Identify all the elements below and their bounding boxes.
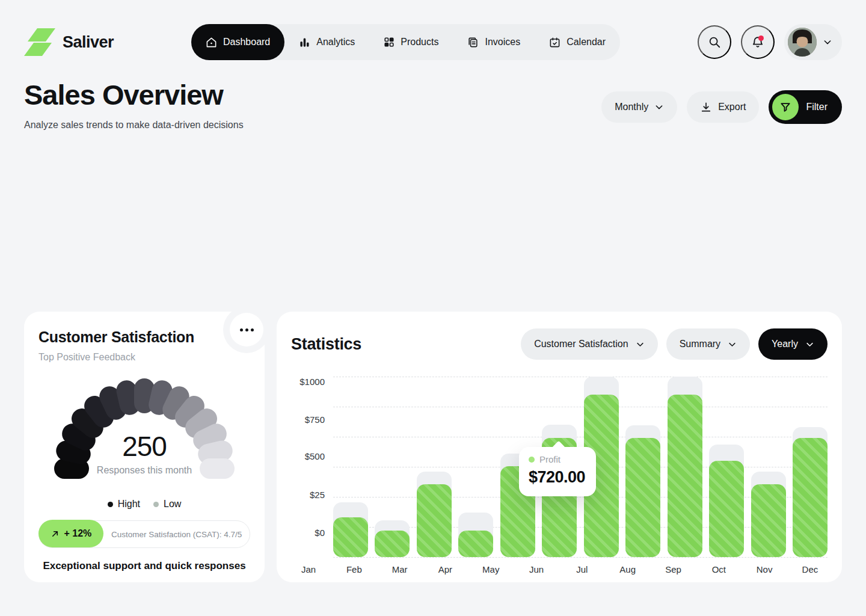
x-tick-label: Jan <box>291 564 326 574</box>
csat-change-badge: + 12% <box>38 520 104 547</box>
filter-button[interactable]: Filter <box>769 90 842 124</box>
y-tick-label: $1000 <box>299 377 325 387</box>
legend-dot-hight <box>108 502 113 507</box>
chart-y-axis: $1000$750$500$25$0 <box>291 377 333 557</box>
gauge-value: 250 <box>48 430 241 463</box>
satisfaction-subtitle: Top Positive Feedback <box>38 352 250 363</box>
search-button[interactable] <box>698 25 731 59</box>
notifications-button[interactable] <box>741 25 775 59</box>
legend-dot-low <box>153 502 159 507</box>
tooltip-series-name: Profit <box>539 454 560 464</box>
home-icon <box>206 37 217 48</box>
x-tick-label: Sep <box>656 564 691 574</box>
nav-label: Calendar <box>567 37 606 48</box>
tooltip-label: Profit <box>529 454 588 464</box>
top-right-actions <box>698 24 842 60</box>
brand-logo-icon <box>24 27 55 57</box>
statistics-card: Statistics Customer Satisfaction Summary… <box>277 312 842 582</box>
page-subtitle: Analyze sales trends to make data-driven… <box>24 120 244 131</box>
bar-dec[interactable] <box>793 438 828 557</box>
arrow-up-right-icon <box>51 529 60 538</box>
calendar-icon <box>549 37 560 48</box>
nav-item-calendar[interactable]: Calendar <box>535 24 620 60</box>
avatar-image <box>788 28 817 57</box>
filter-button-label: Filter <box>806 102 828 112</box>
range-dropdown[interactable]: Yearly <box>758 328 828 360</box>
satisfaction-footnote: Exceptional support and quick responses <box>38 560 250 572</box>
csat-change-value: + 12% <box>64 528 92 539</box>
x-tick-label: Dec <box>793 564 828 574</box>
header-actions: Monthly Export Filter <box>601 90 842 124</box>
filter-icon <box>779 101 791 113</box>
bar-aug[interactable] <box>625 438 660 557</box>
brand-name: Saliver <box>63 33 114 52</box>
gauge-center: 250 Responses this month <box>48 430 241 476</box>
bar-sep[interactable] <box>668 395 702 557</box>
bar-oct[interactable] <box>709 461 744 557</box>
legend-label: Hight <box>118 499 140 510</box>
nav-item-analytics[interactable]: Analytics <box>284 24 369 60</box>
y-tick-label: $500 <box>305 451 325 461</box>
grid-icon <box>384 37 395 48</box>
bar-nov[interactable] <box>751 484 786 557</box>
nav-item-dashboard[interactable]: Dashboard <box>191 24 284 60</box>
metric-dropdown-label: Customer Satisfaction <box>534 339 628 350</box>
invoice-icon <box>467 37 479 48</box>
x-tick-label: Mar <box>382 564 417 574</box>
chevron-down-icon <box>805 340 814 349</box>
nav-label: Dashboard <box>223 37 270 48</box>
export-button-label: Export <box>718 102 746 112</box>
page-header: Sales Overview Analyze sales trends to m… <box>24 78 244 131</box>
card-menu-button[interactable] <box>230 313 263 346</box>
summary-dropdown[interactable]: Summary <box>666 328 750 360</box>
bar-chart-icon <box>299 37 310 48</box>
x-tick-label: Oct <box>701 564 736 574</box>
gridline <box>333 407 828 407</box>
chevron-down-icon <box>654 102 664 112</box>
legend-label: Low <box>164 499 181 510</box>
satisfaction-title: Customer Satisfaction <box>38 328 250 346</box>
period-dropdown[interactable]: Monthly <box>601 91 677 123</box>
nav-label: Analytics <box>316 37 355 48</box>
y-tick-label: $0 <box>315 528 325 538</box>
x-tick-label: Feb <box>337 564 372 574</box>
nav-item-products[interactable]: Products <box>369 24 453 60</box>
chart-tooltip: Profit $720.00 <box>519 447 596 496</box>
tooltip-series-dot <box>529 457 535 463</box>
bar-mar[interactable] <box>417 484 452 557</box>
bar-chart: $1000$750$500$25$0 Profit $720.00 <box>291 377 828 557</box>
x-tick-label: Jun <box>519 564 554 574</box>
legend-item-low[interactable]: Low <box>153 499 181 510</box>
chevron-down-icon <box>728 340 737 349</box>
top-bar: Saliver Dashboard Analytics Products <box>24 24 842 60</box>
nav-label: Products <box>401 37 438 48</box>
statistics-filters: Customer Satisfaction Summary Yearly <box>521 328 828 360</box>
cards-row: Customer Satisfaction Top Positive Feedb… <box>24 312 842 582</box>
export-button[interactable]: Export <box>687 91 759 123</box>
statistics-header: Statistics Customer Satisfaction Summary… <box>291 328 828 360</box>
brand: Saliver <box>24 27 114 57</box>
avatar <box>788 28 817 57</box>
statistics-title: Statistics <box>291 335 361 354</box>
bar-jan[interactable] <box>333 517 368 557</box>
metric-dropdown[interactable]: Customer Satisfaction <box>521 328 658 360</box>
x-tick-label: Nov <box>747 564 782 574</box>
gridline <box>333 377 828 377</box>
page-title: Sales Overview <box>24 78 244 111</box>
bar-feb[interactable] <box>375 531 410 557</box>
x-tick-label: May <box>473 564 508 574</box>
nav-item-invoices[interactable]: Invoices <box>453 24 535 60</box>
download-icon <box>700 101 712 113</box>
csat-detail: Customer Satisfaction (CSAT): 4.7/5 <box>103 530 250 539</box>
chart-x-axis: JanFebMarAprMayJunJulAugSepOctNovDec <box>291 564 828 574</box>
x-tick-label: Aug <box>610 564 645 574</box>
bar-apr[interactable] <box>458 531 493 557</box>
y-tick-label: $750 <box>305 414 325 425</box>
user-menu[interactable] <box>784 24 842 60</box>
nav-label: Invoices <box>485 37 520 48</box>
gridline <box>333 557 828 558</box>
legend-item-hight[interactable]: Hight <box>108 499 140 510</box>
y-tick-label: $25 <box>310 490 325 500</box>
customer-satisfaction-card: Customer Satisfaction Top Positive Feedb… <box>24 312 265 582</box>
gauge-caption: Responses this month <box>48 465 241 476</box>
